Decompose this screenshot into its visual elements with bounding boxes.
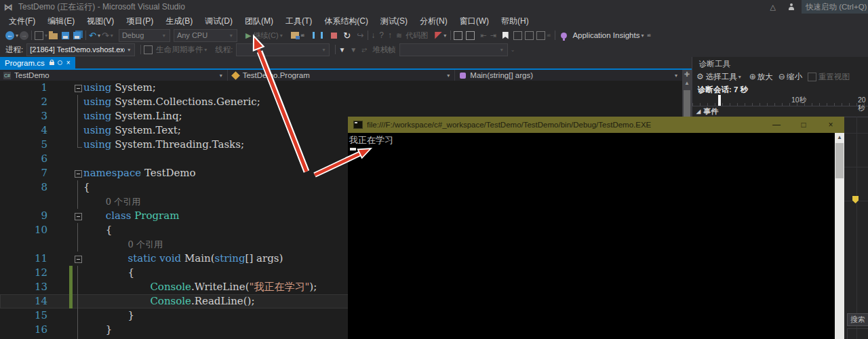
tab-label: Program.cs xyxy=(5,59,45,67)
application-insights-dropdown-icon[interactable]: ▾ xyxy=(641,33,644,39)
navigate-backward-dropdown-icon[interactable]: ▾ xyxy=(16,33,18,39)
line-number: 4 xyxy=(0,123,57,138)
tab-program-cs[interactable]: Program.cs × xyxy=(0,57,75,68)
menu-item-6[interactable]: 团队(M) xyxy=(239,14,279,28)
close-tab-icon[interactable]: × xyxy=(66,59,71,66)
increase-indent-icon[interactable]: ⇥ xyxy=(490,31,496,40)
toolbar2-overflow-icon[interactable]: ≌ xyxy=(646,33,651,39)
menu-item-0[interactable]: 文件(F) xyxy=(3,14,41,28)
scroll-up-icon[interactable]: ▲ xyxy=(682,80,692,88)
solution-platform-dropdown[interactable]: Any CPU▾ xyxy=(174,29,237,42)
outlining-margin[interactable] xyxy=(73,81,83,95)
break-all-icon[interactable] xyxy=(313,32,323,39)
title-bar: ⋈ TestDemo (正在运行) - Microsoft Visual Stu… xyxy=(0,0,868,14)
comment-selection-icon[interactable] xyxy=(454,31,462,40)
console-scrollbar-thumb[interactable] xyxy=(835,143,844,178)
clear-bookmarks-icon xyxy=(536,31,545,40)
outlining-margin xyxy=(73,266,83,280)
outlining-margin[interactable] xyxy=(73,252,83,266)
feedback-flag-icon[interactable]: △ xyxy=(770,3,776,12)
console-app-icon xyxy=(353,121,363,129)
debug-bar-overflow-icon: ⌄ xyxy=(511,47,515,53)
ruler-tick-10s: 10秒 xyxy=(791,96,806,105)
navigate-backward-icon[interactable]: ← xyxy=(5,31,14,40)
solution-configuration-dropdown[interactable]: Debug▾ xyxy=(119,29,170,42)
zoom-out-button[interactable]: 缩小 xyxy=(787,72,802,82)
diagnostic-tools-title: 诊断工具 xyxy=(699,59,730,69)
menu-bar: 文件(F)编辑(E)视图(V)项目(P)生成(B)调试(D)团队(M)工具(T)… xyxy=(0,14,868,28)
diagnostics-search-box[interactable]: 搜索 xyxy=(847,313,868,326)
navigate-to-dropdown-icon[interactable]: ▾ xyxy=(443,33,446,39)
quick-launch-input[interactable]: 快速启动 (Ctrl+Q) xyxy=(802,0,868,14)
menu-item-3[interactable]: 项目(P) xyxy=(120,14,159,28)
restart-icon[interactable]: ↻ xyxy=(343,31,351,41)
menu-item-9[interactable]: 测试(S) xyxy=(374,14,414,28)
select-tool-dropdown-icon[interactable]: ▾ xyxy=(738,74,741,80)
method-icon xyxy=(460,73,466,79)
open-file-icon[interactable] xyxy=(49,33,58,39)
diagnostic-tools-icon[interactable] xyxy=(291,32,299,39)
console-title-bar[interactable]: file:///F:/workspace/c#_workspace/TestDe… xyxy=(348,117,844,133)
process-dropdown[interactable]: [21864] TestDemo.vshost.exe▾ xyxy=(26,43,135,56)
console-output-line: 我正在学习 xyxy=(349,135,393,145)
outlining-margin xyxy=(73,123,83,138)
breadcrumb-type-dropdown[interactable]: TestDemo.Program ▾ xyxy=(228,70,456,81)
console-output[interactable]: 我正在学习 xyxy=(348,133,835,339)
collapse-triangle-icon: ◢ xyxy=(696,108,701,115)
toolbar-overflow-icon[interactable]: ≌ xyxy=(300,33,305,39)
decrease-indent-icon[interactable]: ⇤ xyxy=(480,31,486,40)
events-section-header[interactable]: ◢ 事件 xyxy=(692,106,868,117)
breadcrumb-project-dropdown[interactable]: C# TestDemo ▾ xyxy=(0,70,228,81)
menu-item-7[interactable]: 工具(T) xyxy=(279,14,318,28)
flag-threads-filter-icon[interactable]: ▼ xyxy=(338,46,345,54)
menu-item-1[interactable]: 编辑(E) xyxy=(41,14,81,28)
stop-debugging-icon[interactable] xyxy=(331,33,337,39)
class-icon xyxy=(231,71,240,80)
outlining-margin xyxy=(73,308,83,323)
menu-item-8[interactable]: 体系结构(C) xyxy=(318,14,374,28)
toggle-bookmark-icon[interactable] xyxy=(502,32,509,39)
outlining-margin[interactable] xyxy=(73,209,83,223)
menu-item-11[interactable]: 窗口(W) xyxy=(454,14,495,28)
code-line-2[interactable]: 2using System.Collections.Generic; xyxy=(0,95,682,109)
undo-dropdown-icon[interactable]: ▾ xyxy=(98,33,100,39)
select-tool-button[interactable]: 选择工具 xyxy=(706,72,737,82)
menu-item-4[interactable]: 生成(B) xyxy=(159,14,199,28)
outlining-margin[interactable] xyxy=(73,166,83,180)
console-minimize-icon[interactable]: — xyxy=(763,120,790,129)
continue-button-label: 继续(C) xyxy=(253,31,278,41)
save-icon[interactable] xyxy=(62,32,69,39)
console-scrollbar[interactable]: ▲ xyxy=(835,133,844,339)
breadcrumb-member-dropdown[interactable]: Main(string[] args) ▾ xyxy=(455,70,682,81)
line-number: 11 xyxy=(0,252,57,266)
menu-item-12[interactable]: 帮助(H) xyxy=(495,14,535,28)
undo-icon[interactable]: ↶ xyxy=(89,31,96,41)
event-marker-icon[interactable] xyxy=(852,196,859,203)
application-insights-label[interactable]: Application Insights xyxy=(572,31,639,39)
outlining-margin xyxy=(73,95,83,109)
uncomment-selection-icon[interactable] xyxy=(466,31,475,40)
console-title: file:///F:/workspace/c#_workspace/TestDe… xyxy=(367,121,651,129)
menu-item-2[interactable]: 视图(V) xyxy=(81,14,120,28)
pin-icon[interactable] xyxy=(58,60,62,65)
navigate-forward-icon: → xyxy=(20,31,28,40)
menu-item-10[interactable]: 分析(N) xyxy=(414,14,454,28)
console-maximize-icon[interactable]: □ xyxy=(790,120,817,129)
timeline-cursor[interactable] xyxy=(718,95,721,106)
outlining-margin xyxy=(73,237,83,252)
console-close-icon[interactable]: × xyxy=(817,120,844,129)
split-window-handle-icon[interactable]: ✚ xyxy=(682,70,692,79)
zoom-in-button[interactable]: 放大 xyxy=(757,72,773,82)
save-all-icon[interactable] xyxy=(73,32,81,39)
application-insights-icon[interactable] xyxy=(561,33,567,39)
process-label: 进程: xyxy=(5,45,23,55)
console-cursor xyxy=(350,148,356,151)
code-line-1[interactable]: 1using System; xyxy=(0,81,682,95)
lock-icon xyxy=(50,62,54,65)
line-number xyxy=(0,195,57,209)
navigate-to-icon[interactable] xyxy=(435,32,442,39)
console-scroll-up-icon[interactable]: ▲ xyxy=(835,133,844,142)
sign-in-user-icon[interactable] xyxy=(788,3,795,10)
menu-item-5[interactable]: 调试(D) xyxy=(199,14,239,28)
show-next-statement-icon: ↪ xyxy=(357,31,363,40)
